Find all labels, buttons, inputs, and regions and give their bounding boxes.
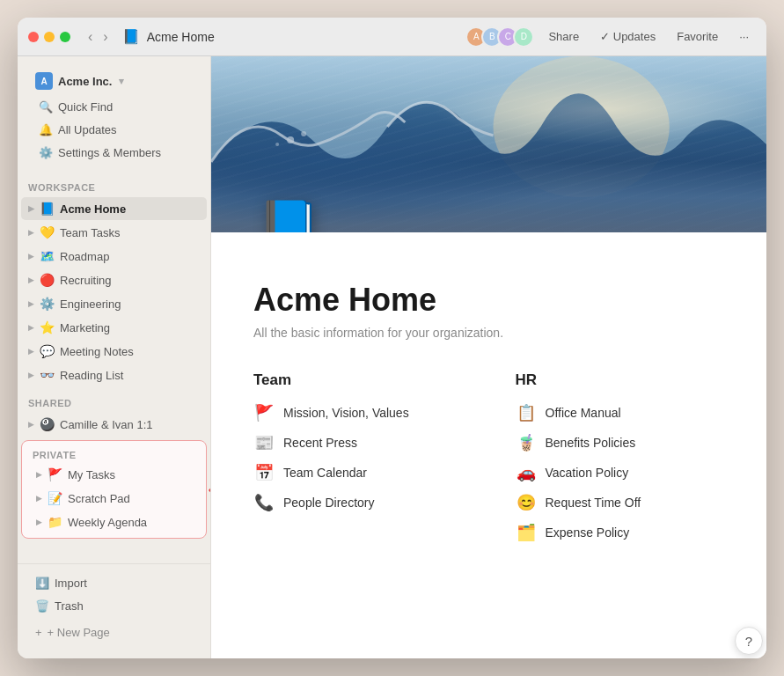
sidebar-item-acme-home[interactable]: ▶📘Acme Home <box>21 197 207 220</box>
settings-icon: ⚙️ <box>39 146 53 159</box>
item-label: Acme Home <box>60 202 126 216</box>
link-label: Benefits Policies <box>546 436 636 450</box>
workspace-logo: A <box>35 72 53 90</box>
hr-link-office-manual[interactable]: 📋Office Manual <box>516 403 725 422</box>
titlebar-right: A B C D Share ✓ Updates Favorite ··· <box>465 26 756 48</box>
titlebar: ‹ › 📘 Acme Home A B C D Share ✓ Updates … <box>18 18 766 56</box>
team-link-recent-press[interactable]: 📰Recent Press <box>253 433 463 452</box>
sidebar-item-trash[interactable]: 🗑️ Trash <box>28 595 200 617</box>
link-icon: 📞 <box>253 493 275 512</box>
back-button[interactable]: ‹ <box>84 27 96 47</box>
main-layout: A Acme Inc. ▾ 🔍 Quick Find 🔔 All Updates… <box>18 56 766 658</box>
minimize-button[interactable] <box>44 32 55 42</box>
chevron-icon: ▶ <box>28 347 34 356</box>
sidebar-item-team-tasks[interactable]: ▶💛Team Tasks <box>21 221 207 244</box>
sidebar-top: A Acme Inc. ▾ 🔍 Quick Find 🔔 All Updates… <box>18 56 210 172</box>
sidebar-item-meeting-notes[interactable]: ▶💬Meeting Notes <box>21 340 207 363</box>
maximize-button[interactable] <box>60 32 70 42</box>
sidebar-item-marketing[interactable]: ▶⭐Marketing <box>21 316 207 339</box>
item-label: Camille & Ivan 1:1 <box>60 418 153 431</box>
new-page-button[interactable]: + + New Page <box>28 621 117 644</box>
item-icon: 💛 <box>40 225 55 239</box>
chevron-icon: ▶ <box>36 494 42 503</box>
link-label: Office Manual <box>546 406 621 420</box>
sidebar-item-my-tasks[interactable]: ▶🚩My Tasks <box>29 463 199 486</box>
hr-link-request-time-off[interactable]: 😊Request Time Off <box>516 493 725 512</box>
item-label: Engineering <box>60 298 121 311</box>
private-section: PRIVATE ▶🚩My Tasks▶📝Scratch Pad▶📁Weekly … <box>21 440 207 539</box>
hr-link-vacation-policy[interactable]: 🚗Vacation Policy <box>516 463 725 482</box>
chevron-icon: ▶ <box>28 299 34 308</box>
link-icon: 🗂️ <box>516 523 537 542</box>
sidebar-item-weekly-agenda[interactable]: ▶📁Weekly Agenda <box>29 511 199 533</box>
item-icon: 💬 <box>40 344 55 358</box>
private-section-label: PRIVATE <box>26 445 202 462</box>
hr-link-benefits-policies[interactable]: 🧋Benefits Policies <box>516 433 725 452</box>
page-icon: 📘 <box>122 28 140 45</box>
columns: Team 🚩Mission, Vision, Values📰Recent Pre… <box>253 371 724 542</box>
trash-label: Trash <box>55 599 84 613</box>
team-column: Team 🚩Mission, Vision, Values📰Recent Pre… <box>253 371 463 542</box>
book-emoji: 📘 <box>257 197 320 232</box>
sidebar-item-quick-find[interactable]: 🔍 Quick Find <box>32 96 196 118</box>
sidebar-item-reading-list[interactable]: ▶👓Reading List <box>21 364 207 386</box>
chevron-icon: ▶ <box>28 323 34 332</box>
item-icon: 📁 <box>48 515 62 529</box>
link-icon: 😊 <box>516 493 537 512</box>
link-label: Vacation Policy <box>546 466 629 480</box>
item-label: Meeting Notes <box>60 345 134 358</box>
workspace-section-label: WORKSPACE <box>18 172 210 196</box>
item-icon: 👓 <box>40 368 55 382</box>
content-area: 📘 Acme Home All the basic information fo… <box>211 56 766 658</box>
sidebar: A Acme Inc. ▾ 🔍 Quick Find 🔔 All Updates… <box>18 56 211 658</box>
import-label: Import <box>55 577 87 590</box>
sidebar-item-roadmap[interactable]: ▶🗺️Roadmap <box>21 245 207 268</box>
link-icon: 📋 <box>516 403 537 422</box>
item-icon: ⚙️ <box>40 297 55 311</box>
sidebar-item-import[interactable]: ⬇️ Import <box>28 572 200 594</box>
sidebar-item-recruiting[interactable]: ▶🔴Recruiting <box>21 268 207 291</box>
private-items: ▶🚩My Tasks▶📝Scratch Pad▶📁Weekly Agenda <box>26 463 202 533</box>
team-heading: Team <box>253 371 463 389</box>
hr-link-expense-policy[interactable]: 🗂️Expense Policy <box>516 523 725 542</box>
forward-button[interactable]: › <box>99 27 111 47</box>
sidebar-item-camille-&-ivan-1:1[interactable]: ▶🎱Camille & Ivan 1:1 <box>21 413 207 436</box>
workspace-items: ▶📘Acme Home▶💛Team Tasks▶🗺️Roadmap▶🔴Recru… <box>18 196 210 387</box>
avatar: D <box>513 26 534 48</box>
item-icon: 📘 <box>40 202 55 216</box>
item-label: Weekly Agenda <box>68 516 147 529</box>
updates-icon: 🔔 <box>39 123 53 136</box>
shared-items: ▶🎱Camille & Ivan 1:1 <box>18 412 210 437</box>
workspace-name[interactable]: A Acme Inc. ▾ <box>28 67 200 95</box>
team-link-team-calendar[interactable]: 📅Team Calendar <box>253 463 463 482</box>
link-label: Recent Press <box>283 436 357 450</box>
trash-icon: 🗑️ <box>35 599 49 613</box>
team-link-mission,-vision,-values[interactable]: 🚩Mission, Vision, Values <box>253 403 463 422</box>
chevron-icon: ▶ <box>28 228 34 237</box>
svg-point-2 <box>287 136 294 143</box>
item-label: Marketing <box>60 321 110 334</box>
share-button[interactable]: Share <box>541 26 586 47</box>
page-subtitle: All the basic information for your organ… <box>253 326 724 340</box>
link-icon: 🚗 <box>516 463 537 482</box>
svg-point-4 <box>275 143 279 146</box>
sidebar-item-scratch-pad[interactable]: ▶📝Scratch Pad <box>29 487 199 510</box>
sidebar-item-all-updates[interactable]: 🔔 All Updates <box>32 119 196 141</box>
sidebar-item-settings[interactable]: ⚙️ Settings & Members <box>32 142 196 164</box>
item-label: My Tasks <box>68 468 115 481</box>
workspace-chevron: ▾ <box>119 76 124 87</box>
nav-buttons: ‹ › <box>84 27 112 47</box>
sidebar-item-engineering[interactable]: ▶⚙️Engineering <box>21 292 207 315</box>
import-icon: ⬇️ <box>35 577 49 590</box>
item-icon: 🚩 <box>48 467 62 481</box>
more-button[interactable]: ··· <box>732 26 756 47</box>
help-button[interactable]: ? <box>735 627 763 655</box>
team-links: 🚩Mission, Vision, Values📰Recent Press📅Te… <box>253 403 463 512</box>
close-button[interactable] <box>28 32 39 42</box>
svg-point-3 <box>301 131 306 136</box>
favorite-button[interactable]: Favorite <box>670 26 725 47</box>
page-title-bar: 📘 Acme Home <box>122 28 215 45</box>
updates-button[interactable]: ✓ Updates <box>593 26 663 47</box>
team-link-people-directory[interactable]: 📞People Directory <box>253 493 463 512</box>
item-label: Recruiting <box>60 274 112 287</box>
